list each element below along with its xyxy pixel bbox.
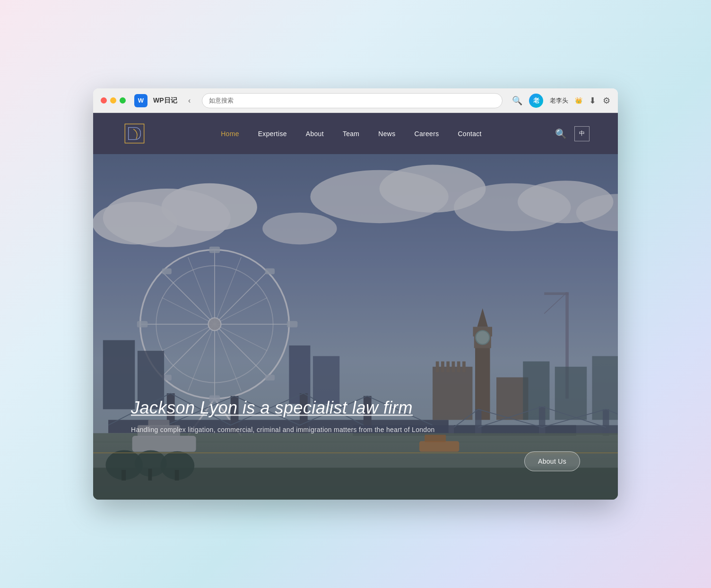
app-logo-icon: W [134, 94, 147, 107]
site-header-icons: 🔍 中 [555, 126, 590, 141]
nav-careers[interactable]: Careers [405, 120, 449, 148]
about-us-button[interactable]: About Us [524, 451, 580, 471]
back-button[interactable]: ‹ [183, 94, 196, 107]
site-search-icon[interactable]: 🔍 [555, 128, 567, 139]
traffic-lights [101, 97, 126, 104]
svg-rect-98 [93, 154, 618, 500]
user-name: 老李头 [550, 96, 568, 105]
maximize-button[interactable] [120, 97, 126, 104]
nav-expertise[interactable]: Expertise [249, 120, 296, 148]
language-button[interactable]: 中 [574, 126, 590, 141]
nav-news[interactable]: News [369, 120, 405, 148]
nav-home[interactable]: Home [211, 120, 249, 148]
browser-actions: 🔍 老 老李头 👑 ⬇ ⚙ [512, 94, 610, 108]
settings-icon[interactable]: ⚙ [603, 95, 610, 106]
user-avatar[interactable]: 老 [529, 94, 543, 108]
browser-chrome: W WP日记 ‹ 如意搜索 🔍 老 老李头 👑 ⬇ ⚙ [93, 88, 618, 113]
search-placeholder: 如意搜索 [209, 96, 234, 105]
nav-contact[interactable]: Contact [448, 120, 491, 148]
london-skyline-svg [93, 154, 618, 500]
nav-team[interactable]: Team [333, 120, 369, 148]
hero-subtitle: Handling complex litigation, commercial,… [131, 426, 435, 433]
hero-section: Jackson Lyon is a specialist law firm Ha… [93, 154, 618, 500]
website-content: Home Expertise About Team News Careers C… [93, 113, 618, 500]
site-logo[interactable] [121, 113, 147, 154]
search-bar[interactable]: 如意搜索 [202, 93, 503, 108]
hero-title: Jackson Lyon is a specialist law firm [131, 397, 435, 419]
logo-svg [121, 121, 147, 147]
hero-background [93, 154, 618, 500]
app-name: WP日记 [153, 96, 177, 105]
minimize-button[interactable] [110, 97, 116, 104]
site-header: Home Expertise About Team News Careers C… [93, 113, 618, 154]
browser-window: W WP日记 ‹ 如意搜索 🔍 老 老李头 👑 ⬇ ⚙ [93, 88, 618, 500]
close-button[interactable] [101, 97, 107, 104]
site-nav: Home Expertise About Team News Careers C… [211, 120, 491, 148]
crown-icon: 👑 [575, 97, 582, 104]
browser-search-icon[interactable]: 🔍 [512, 95, 522, 106]
svg-rect-0 [125, 124, 144, 143]
download-icon[interactable]: ⬇ [589, 95, 596, 106]
hero-content: Jackson Lyon is a specialist law firm Ha… [131, 397, 435, 433]
nav-about[interactable]: About [296, 120, 333, 148]
